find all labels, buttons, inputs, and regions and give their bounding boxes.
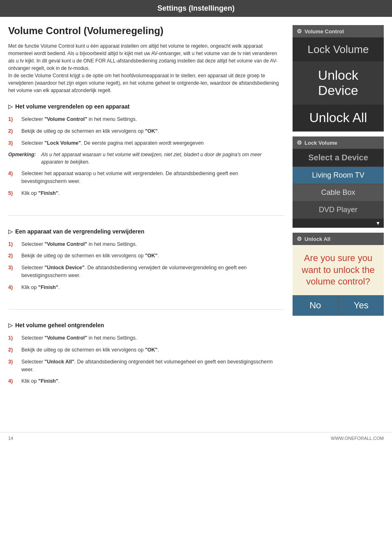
arrow-icon-unlock-device: ▷ xyxy=(8,228,13,235)
step-item: 5) Klik op "Finish". xyxy=(8,190,284,197)
btn-no[interactable]: No xyxy=(293,295,339,316)
note-label: Opmerking: xyxy=(8,151,41,166)
step-number: 5) xyxy=(8,190,21,197)
panel-volume-menu: ⚙ Volume Control Lock Volume Unlock Devi… xyxy=(293,25,384,132)
step-item: 1) Selecteer "Volume Control" in het men… xyxy=(8,240,284,248)
device-item-dvd-player[interactable]: DVD Player xyxy=(293,201,384,219)
header-title: Settings (Instellingen) xyxy=(157,4,235,12)
page-number: 14 xyxy=(8,436,13,441)
subsection-lock-title: ▷ Het volume vergrendelen op een apparaa… xyxy=(8,103,284,110)
confirm-buttons: No Yes xyxy=(293,295,384,316)
step-item: 1) Selecteer "Volume Control" in het men… xyxy=(8,334,284,342)
subsection-unlock-all: ▷ Het volume geheel ontgrendelen 1) Sele… xyxy=(8,322,284,403)
step-number: 1) xyxy=(8,240,21,248)
device-item-living-room[interactable]: Living Room TV xyxy=(293,167,384,184)
step-number: 1) xyxy=(8,116,21,123)
confirm-text: Are you sure you want to unlock the volu… xyxy=(293,245,384,295)
step-item: 2) Bekijk de uitleg op de schermen en kl… xyxy=(8,252,284,260)
step-item: 3) Selecteer "Lock Volume". De eerste pa… xyxy=(8,139,284,147)
subsection-unlock-device: ▷ Een apparaat van de vergrendeling verw… xyxy=(8,228,284,310)
steps-list-unlock-all: 1) Selecteer "Volume Control" in het men… xyxy=(8,334,284,385)
page-footer: 14 WWW.ONEFORALL.COM xyxy=(0,432,392,444)
gear-icon-2: ⚙ xyxy=(297,139,302,146)
website: WWW.ONEFORALL.COM xyxy=(331,436,384,441)
subsection-unlock-all-title: ▷ Het volume geheel ontgrendelen xyxy=(8,322,284,328)
scroll-arrow: ▼ xyxy=(293,219,384,228)
step-item: 4) Klik op "Finish". xyxy=(8,377,284,385)
right-sidebar: ⚙ Volume Control Lock Volume Unlock Devi… xyxy=(293,25,384,416)
device-item-cable-box[interactable]: Cable Box xyxy=(293,184,384,201)
steps-list-unlock-device: 1) Selecteer "Volume Control" in het men… xyxy=(8,240,284,291)
panel-select-device-header: ⚙ Lock Volume xyxy=(293,136,384,149)
step-item: 3) Selecteer "Unlock All". De afstandsbe… xyxy=(8,358,284,374)
menu-item-unlock-device[interactable]: Unlock Device xyxy=(293,62,384,104)
step-text: Klik op "Finish". xyxy=(21,190,284,197)
menu-item-unlock-all[interactable]: Unlock All xyxy=(293,104,384,132)
page-header: Settings (Instellingen) xyxy=(0,0,392,17)
step-item: 2) Bekijk de uitleg op de schermen en kl… xyxy=(8,346,284,354)
panel-volume-menu-header: ⚙ Volume Control xyxy=(293,25,384,37)
step-text: Selecteer "Unlock All". De afstandsbedie… xyxy=(21,358,284,374)
subsection-unlock-device-title: ▷ Een apparaat van de vergrendeling verw… xyxy=(8,228,284,235)
step-number: 4) xyxy=(8,284,21,291)
step-number: 2) xyxy=(8,346,21,354)
step-number: 2) xyxy=(8,252,21,260)
step-number: 4) xyxy=(8,377,21,385)
step-number: 4) xyxy=(8,170,21,185)
select-device-title: Select a Device xyxy=(293,149,384,167)
section-title: Volume Control (Volumeregeling) xyxy=(8,25,284,37)
step-text: Selecteer "Volume Control" in het menu S… xyxy=(21,334,284,342)
intro-text: Met de functie Volume Control kunt u één… xyxy=(8,42,284,94)
step-item: 4) Selecteer het apparaat waarop u het v… xyxy=(8,170,284,185)
step-text: Klik op "Finish". xyxy=(21,284,284,291)
step-number: 1) xyxy=(8,334,21,342)
arrow-icon-lock: ▷ xyxy=(8,103,13,110)
step-item: 4) Klik op "Finish". xyxy=(8,284,284,291)
step-number: 3) xyxy=(8,139,21,147)
subsection-lock: ▷ Het volume vergrendelen op een apparaa… xyxy=(8,103,284,216)
note-text: Als u het apparaat waaraan u het volume … xyxy=(41,151,284,166)
step-text: Selecteer "Volume Control" in het menu S… xyxy=(21,240,284,248)
step-number: 2) xyxy=(8,127,21,135)
gear-icon: ⚙ xyxy=(297,28,302,35)
step-text: Bekijk de uitleg op de schermen en klik … xyxy=(21,127,284,135)
menu-item-lock-volume[interactable]: Lock Volume xyxy=(293,37,384,62)
step-item: 2) Bekijk de uitleg op de schermen en kl… xyxy=(8,127,284,135)
step-text: Selecteer "Volume Control" in het menu S… xyxy=(21,116,284,123)
gear-icon-3: ⚙ xyxy=(297,236,302,242)
step-text: Bekijk de uitleg op de schermen en klik … xyxy=(21,346,284,354)
note-row: Opmerking: Als u het apparaat waaraan u … xyxy=(8,151,284,166)
step-text: Selecteer "Unlock Device". De afstandsbe… xyxy=(21,264,284,280)
step-text: Klik op "Finish". xyxy=(21,377,284,385)
left-content: Volume Control (Volumeregeling) Met de f… xyxy=(8,25,284,416)
arrow-icon-unlock-all: ▷ xyxy=(8,322,13,328)
step-item: 1) Selecteer "Volume Control" in het men… xyxy=(8,116,284,123)
btn-yes[interactable]: Yes xyxy=(339,295,384,316)
step-text: Selecteer het apparaat waarop u het volu… xyxy=(21,170,284,185)
step-text: Selecteer "Lock Volume". De eerste pagin… xyxy=(21,139,284,147)
step-number: 3) xyxy=(8,358,21,374)
steps-list-lock: 1) Selecteer "Volume Control" in het men… xyxy=(8,116,284,197)
panel-select-device: ⚙ Lock Volume Select a Device Living Roo… xyxy=(293,136,384,228)
step-number: 3) xyxy=(8,264,21,280)
panel-unlock-all: ⚙ Unlock All Are you sure you want to un… xyxy=(293,233,384,316)
step-item: 3) Selecteer "Unlock Device". De afstand… xyxy=(8,264,284,280)
step-text: Bekijk de uitleg op de schermen en klik … xyxy=(21,252,284,260)
panel-unlock-all-header: ⚙ Unlock All xyxy=(293,233,384,245)
